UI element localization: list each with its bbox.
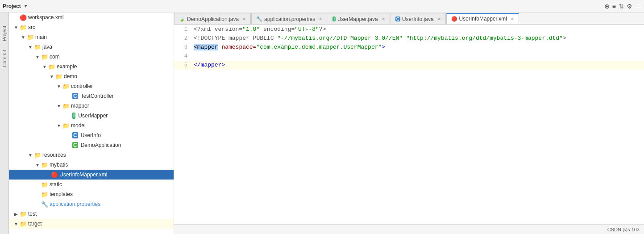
editor-tabs: 🍃 DemoApplication.java ✕ 🔧 application.p…	[174, 13, 644, 25]
folder-icon: 📁	[62, 83, 70, 90]
toolbar-project-label[interactable]: Project	[3, 3, 21, 9]
line-number: 4	[174, 52, 192, 61]
tree-arrow: ▼	[34, 54, 41, 59]
tree-node-target[interactable]: ▼ 📁 target	[9, 219, 174, 229]
folder-icon: 📁	[62, 103, 70, 109]
tree-node-TestController[interactable]: C TestController	[9, 91, 174, 101]
node-label: model	[71, 122, 86, 129]
tree-node-src[interactable]: ▼ 📁 src	[9, 22, 174, 32]
tree-node-java[interactable]: ▼ 📁 java	[9, 42, 174, 52]
tab-close-userinfo[interactable]: ✕	[437, 17, 441, 21]
node-label: application.properties	[50, 201, 100, 207]
tab-label: DemoApplication.java	[187, 16, 239, 22]
tab-icon-usermapper: I	[332, 17, 336, 21]
tree-node-workspace[interactable]: 🔴 workspace.xml	[9, 13, 174, 22]
tree-arrow: ▼	[55, 104, 62, 109]
tree-arrow: ▼	[55, 84, 62, 89]
line-content	[192, 52, 644, 61]
tree-node-test[interactable]: ▶ 📁 test	[9, 209, 174, 219]
tree-arrow: ▶	[12, 212, 20, 217]
tree-arrow: ▼	[34, 163, 41, 167]
node-label: com	[50, 54, 60, 60]
tree-node-UserMapper[interactable]: I UserMapper	[9, 111, 174, 121]
tree-node-controller[interactable]: ▼ 📁 controller	[9, 81, 174, 91]
node-label: templates	[50, 191, 73, 197]
line-number: 1	[174, 25, 192, 34]
toolbar-minimize-icon[interactable]: —	[635, 3, 641, 10]
tree-node-templates[interactable]: 📁 templates	[9, 189, 174, 199]
line-number: 2	[174, 34, 192, 43]
tree-node-demo[interactable]: ▼ 📁 demo	[9, 71, 174, 81]
tree-arrow: ▼	[48, 74, 55, 79]
tree-node-model[interactable]: ▼ 📁 model	[9, 121, 174, 130]
toolbar-add-icon[interactable]: ⊕	[604, 3, 610, 10]
code-line-4: 4	[174, 52, 644, 61]
code-line-1: 1 <?xml version="1.0" encoding="UTF-8"?>	[174, 25, 644, 34]
folder-icon: 📁	[20, 221, 27, 227]
tab-close-app[interactable]: ✕	[319, 17, 322, 21]
toolbar-settings-icon[interactable]: ⚙	[627, 3, 632, 10]
side-label-project[interactable]: Project	[2, 26, 7, 41]
tab-DemoApplication[interactable]: 🍃 DemoApplication.java ✕	[174, 13, 251, 25]
file-tree: 🔴 workspace.xml ▼ 📁 src ▼ 📁 main ▼ 📁 jav…	[9, 13, 174, 234]
tree-arrow: ▼	[55, 123, 62, 128]
node-label: controller	[71, 83, 93, 89]
side-label-commit[interactable]: Commit	[2, 50, 7, 67]
code-editor[interactable]: 1 <?xml version="1.0" encoding="UTF-8"?>…	[174, 25, 644, 224]
status-bar: CSDN @s:103	[174, 224, 644, 234]
toolbar: Project ▼ ⊕ ≡ ⇅ ⚙ —	[0, 0, 644, 13]
folder-icon: 📁	[20, 24, 27, 31]
line-number: 5	[174, 61, 192, 70]
node-label: mapper	[71, 103, 89, 109]
tree-node-static[interactable]: 📁 static	[9, 180, 174, 189]
tree-node-DemoApplication[interactable]: C DemoApplication	[9, 140, 174, 150]
tab-close-userinfomapper[interactable]: ✕	[511, 17, 514, 21]
tab-icon-app: 🔧	[256, 16, 262, 22]
folder-icon: 📁	[41, 181, 48, 188]
java-spring-icon: C	[72, 142, 78, 148]
tab-icon-userinfomapper: 🔴	[451, 16, 457, 22]
node-label: UserMapper	[78, 113, 108, 119]
tab-application[interactable]: 🔧 application.properties ✕	[251, 13, 327, 25]
xml-icon: 🔴	[20, 14, 27, 21]
tree-node-app-properties[interactable]: 🔧 application.properties	[9, 199, 174, 209]
tab-label: UserMapper.java	[337, 16, 378, 22]
node-label: main	[35, 34, 47, 40]
status-text: CSDN @s:103	[607, 227, 640, 232]
node-label: example	[57, 63, 77, 70]
toolbar-list-icon[interactable]: ≡	[612, 3, 616, 10]
tab-UserInfo[interactable]: C UserInfo.java ✕	[391, 13, 446, 25]
folder-icon: 📁	[41, 54, 48, 60]
tree-node-main[interactable]: ▼ 📁 main	[9, 32, 174, 42]
node-label: static	[50, 181, 62, 188]
tab-UserMapper[interactable]: I UserMapper.java ✕	[328, 13, 390, 25]
tab-label: application.properties	[264, 16, 315, 22]
tree-node-mapper[interactable]: ▼ 📁 mapper	[9, 101, 174, 111]
tab-icon-userinfo: C	[395, 17, 400, 21]
folder-icon: 📁	[62, 122, 70, 129]
tree-node-example[interactable]: ▼ 📁 example	[9, 62, 174, 71]
java-interface-icon: I	[72, 113, 75, 119]
tab-close-usermapper[interactable]: ✕	[382, 17, 385, 21]
tree-node-UserInfoMapper[interactable]: 🔴 UserInfoMapper.xml	[9, 170, 174, 180]
node-label: java	[42, 44, 52, 50]
toolbar-dropdown-icon[interactable]: ▼	[24, 4, 28, 8]
toolbar-sort-icon[interactable]: ⇅	[619, 3, 624, 10]
side-panel: Project Commit	[0, 13, 9, 234]
java-class-icon: C	[72, 93, 78, 99]
line-content: <?xml version="1.0" encoding="UTF-8"?>	[192, 25, 644, 34]
tree-node-mybatis[interactable]: ▼ 📁 mybatis	[9, 160, 174, 170]
node-label: TestController	[81, 93, 114, 99]
tree-node-resources[interactable]: ▼ 📁 resources	[9, 150, 174, 160]
tab-close-demo[interactable]: ✕	[242, 17, 246, 21]
tree-node-UserInfo[interactable]: C UserInfo	[9, 130, 174, 140]
node-label: DemoApplication	[81, 142, 121, 148]
node-label: src	[28, 24, 35, 30]
tab-UserInfoMapper[interactable]: 🔴 UserInfoMapper.xml ✕	[446, 13, 519, 25]
folder-icon: 📁	[41, 191, 48, 198]
tree-arrow: ▼	[12, 221, 20, 226]
editor-area: 🍃 DemoApplication.java ✕ 🔧 application.p…	[174, 13, 644, 234]
node-label: resources	[42, 152, 66, 158]
line-content: </mapper>	[192, 61, 644, 70]
tree-node-com[interactable]: ▼ 📁 com	[9, 52, 174, 62]
